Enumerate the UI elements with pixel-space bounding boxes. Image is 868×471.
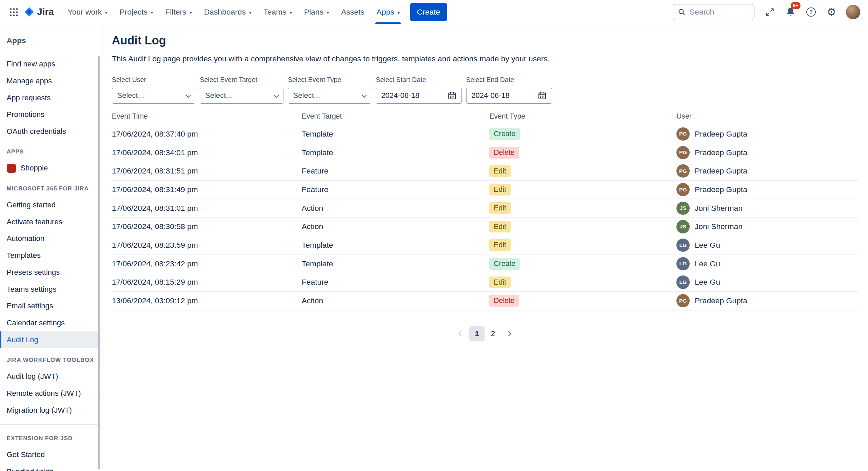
user-name: Lee Gu xyxy=(695,241,720,250)
sidebar-item-label: Promotions xyxy=(7,110,44,119)
sidebar-section-header-extension-for-jsd: EXTENSION FOR JSD xyxy=(0,427,102,447)
event-type-cell: Delete xyxy=(489,147,676,159)
sidebar-item-automation[interactable]: Automation xyxy=(0,230,98,247)
nav-item-label: Plans xyxy=(304,7,323,17)
help-button[interactable]: ? xyxy=(803,4,819,20)
avatar: LG xyxy=(676,257,690,270)
screen-capture-button[interactable] xyxy=(762,4,778,20)
sidebar-item-get-started[interactable]: Get Started xyxy=(0,446,98,463)
sidebar-item-label: Bundled fields xyxy=(7,467,54,471)
sidebar-item-templates[interactable]: Templates xyxy=(0,247,98,264)
pagination-next-button[interactable] xyxy=(501,326,516,341)
sidebar-item-label: Activate features xyxy=(7,218,62,226)
filter-label: Select Event Type xyxy=(288,76,372,84)
user-cell: PGPradeep Gupta xyxy=(676,164,858,178)
sidebar-item-presets-settings[interactable]: Presets settings xyxy=(0,264,98,281)
table-row: 17/06/2024, 08:30:58 pmActionEditJSJoni … xyxy=(112,218,858,236)
select-event-target-dropdown[interactable]: Select... xyxy=(200,88,283,104)
select-event-type-dropdown[interactable]: Select... xyxy=(288,88,372,104)
sidebar-item-label: Automation xyxy=(7,234,44,243)
column-header-event-time: Event Time xyxy=(112,112,302,120)
nav-item-plans[interactable]: Plans▾ xyxy=(298,0,335,24)
dropdown-value: Select... xyxy=(117,91,144,100)
event-time-cell: 17/06/2024, 08:23:59 pm xyxy=(112,241,302,250)
sidebar-item-audit-log[interactable]: Audit Log xyxy=(0,331,98,348)
filter-label: Select Start Date xyxy=(376,76,461,84)
sidebar-item-email-settings[interactable]: Email settings xyxy=(0,298,98,315)
sidebar-item-label: Migration log (JWT) xyxy=(7,406,72,415)
sidebar-item-manage-apps[interactable]: Manage apps xyxy=(0,73,98,89)
sidebar-item-getting-started[interactable]: Getting started xyxy=(0,197,98,213)
sidebar-item-label: Manage apps xyxy=(7,77,52,85)
sidebar-item-calendar-settings[interactable]: Calendar settings xyxy=(0,314,98,331)
sidebar-item-audit-log-jwt[interactable]: Audit log (JWT) xyxy=(0,368,98,385)
chevron-right-icon xyxy=(506,331,512,336)
event-target-cell: Action xyxy=(302,296,489,305)
user-cell: PGPradeep Gupta xyxy=(676,294,858,307)
jira-home-link[interactable]: Jira xyxy=(23,6,54,18)
pagination-prev-button[interactable] xyxy=(453,326,468,341)
table-header: Event TimeEvent TargetEvent TypeUser xyxy=(112,112,858,125)
sidebar-item-migration-log-jwt[interactable]: Migration log (JWT) xyxy=(0,402,98,419)
create-button[interactable]: Create xyxy=(410,3,447,21)
nav-item-filters[interactable]: Filters▾ xyxy=(159,0,198,24)
sidebar-item-find-new-apps[interactable]: Find new apps xyxy=(0,56,98,73)
sidebar-item-label: Calendar settings xyxy=(7,319,65,327)
nav-item-label: Teams xyxy=(263,7,286,17)
sidebar-item-shoppie[interactable]: Shoppie xyxy=(0,160,98,177)
sidebar-item-app-requests[interactable]: App requests xyxy=(0,89,98,106)
nav-item-your-work[interactable]: Your work▾ xyxy=(62,0,114,24)
user-name: Pradeep Gupta xyxy=(695,296,747,305)
event-type-cell: Edit xyxy=(489,239,676,251)
audit-log-table: Event TimeEvent TargetEvent TypeUser 17/… xyxy=(112,112,858,310)
sidebar-item-activate-features[interactable]: Activate features xyxy=(0,213,98,230)
event-target-cell: Template xyxy=(302,241,489,250)
sidebar-item-oauth-credentials[interactable]: OAuth credentials xyxy=(0,123,98,140)
select-end-date-field[interactable] xyxy=(466,88,552,104)
nav-item-projects[interactable]: Projects▾ xyxy=(114,0,159,24)
avatar: PG xyxy=(676,164,690,178)
column-header-event-target: Event Target xyxy=(302,112,489,120)
user-name: Pradeep Gupta xyxy=(695,129,747,139)
select-start-date-input[interactable] xyxy=(381,91,445,100)
sidebar-item-promotions[interactable]: Promotions xyxy=(0,106,98,123)
sidebar-item-label: Find new apps xyxy=(7,60,55,68)
primary-nav: Your work▾Projects▾Filters▾Dashboards▾Te… xyxy=(62,0,406,24)
nav-item-label: Projects xyxy=(120,7,148,17)
sidebar-item-teams-settings[interactable]: Teams settings xyxy=(0,281,98,298)
settings-button[interactable]: ⚙ xyxy=(823,4,840,20)
search-input[interactable] xyxy=(690,7,749,17)
select-start-date-field[interactable] xyxy=(376,88,461,104)
calendar-icon[interactable] xyxy=(538,91,546,100)
event-type-cell: Create xyxy=(489,258,676,270)
sidebar-scrollbar[interactable] xyxy=(98,56,100,469)
page-description: This Audit Log page provides you with a … xyxy=(112,54,858,63)
pagination-page-1[interactable]: 1 xyxy=(469,326,484,341)
event-type-badge: Delete xyxy=(489,147,519,159)
sidebar-item-remote-actions-jwt[interactable]: Remote actions (JWT) xyxy=(0,385,98,402)
nav-item-dashboards[interactable]: Dashboards▾ xyxy=(198,0,257,24)
table-row: 17/06/2024, 08:37:40 pmTemplateCreatePGP… xyxy=(112,125,858,144)
event-type-badge: Edit xyxy=(489,221,511,233)
sidebar-item-label: Audit log (JWT) xyxy=(7,372,58,381)
event-target-cell: Action xyxy=(302,204,489,213)
notifications-button[interactable]: 9+ xyxy=(782,4,799,20)
sidebar-item-label: Shoppie xyxy=(20,164,48,172)
nav-item-teams[interactable]: Teams▾ xyxy=(257,0,298,24)
app-switcher-button[interactable] xyxy=(5,4,22,20)
avatar: LG xyxy=(676,239,690,252)
divider xyxy=(0,52,102,53)
pagination-page-2[interactable]: 2 xyxy=(486,326,500,341)
sidebar-item-bundled-fields[interactable]: Bundled fields xyxy=(0,463,98,471)
select-user-dropdown[interactable]: Select... xyxy=(112,88,196,104)
search-box[interactable] xyxy=(673,4,755,20)
user-avatar[interactable] xyxy=(846,5,860,19)
user-name: Joni Sherman xyxy=(695,204,743,213)
table-row: 17/06/2024, 08:31:49 pmFeatureEditPGPrad… xyxy=(112,181,858,199)
sidebar-item-label: Getting started xyxy=(7,201,56,209)
user-name: Lee Gu xyxy=(695,278,720,287)
calendar-icon[interactable] xyxy=(448,91,456,100)
nav-item-apps[interactable]: Apps▾ xyxy=(371,0,406,24)
select-end-date-input[interactable] xyxy=(471,91,535,100)
nav-item-assets[interactable]: Assets xyxy=(335,0,370,24)
